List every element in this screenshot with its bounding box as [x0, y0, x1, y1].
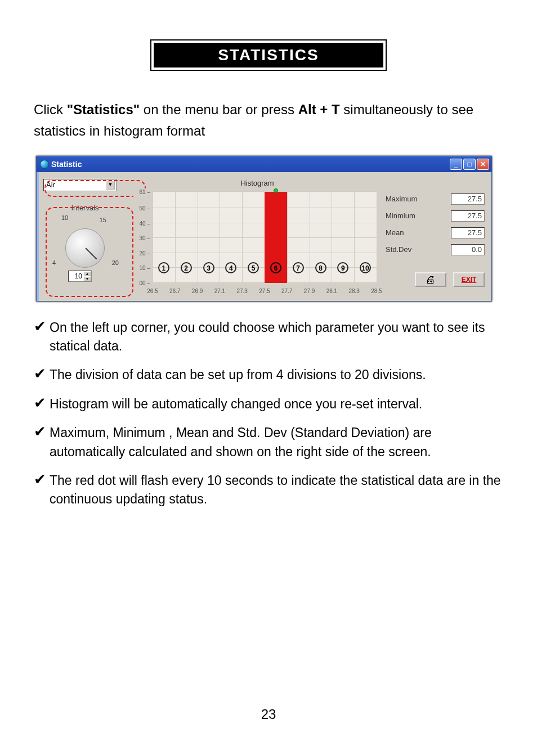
print-button[interactable]: 🖨 [415, 272, 446, 287]
window-title: Statistic [51, 160, 82, 169]
instruction-text: On the left up corner, you could choose … [50, 318, 503, 356]
stat-stddev: Std.Dev 0.0 [386, 244, 485, 255]
x-tick-label: 28.5 [371, 288, 382, 294]
minimize-button[interactable]: _ [450, 159, 462, 170]
intro-bold-shortcut: Alt + T [298, 102, 340, 117]
x-tick-label: 26.5 [147, 288, 158, 294]
y-tick-label: 30 – [133, 235, 150, 241]
y-tick-label: 50 – [133, 205, 150, 211]
bin-number-marker: 1 [158, 262, 169, 273]
section-title: STATISTICS [150, 39, 387, 71]
stat-maximum: Maximum 27.5 [386, 194, 485, 205]
instruction-item: ✔The division of data can be set up from… [34, 366, 503, 384]
intro-text-1: Click [34, 102, 67, 117]
intervals-knob[interactable]: 4 10 15 20 10 ▲ ▼ [51, 214, 119, 282]
checkmark-icon: ✔ [34, 424, 50, 461]
chevron-down-icon[interactable]: ▼ [106, 181, 115, 190]
stat-stddev-value: 0.0 [451, 244, 485, 255]
x-tick-label: 26.7 [169, 288, 180, 294]
parameter-dropdown[interactable]: Air ▼ [43, 179, 117, 191]
bin-number-marker: 3 [203, 262, 214, 273]
app-icon [40, 160, 49, 169]
instruction-list: ✔On the left up corner, you could choose… [34, 318, 503, 509]
checkmark-icon: ✔ [34, 471, 50, 509]
y-tick-label: 61 – [133, 188, 150, 195]
intro-paragraph: Click "Statistics" on the menu bar or pr… [34, 99, 503, 142]
intro-bold-statistics: "Statistics" [67, 102, 140, 117]
stat-stddev-label: Std.Dev [386, 245, 451, 254]
bin-number-marker: 8 [315, 262, 326, 273]
instruction-text: The division of data can be set up from … [50, 366, 503, 384]
bin-number-marker: 5 [248, 262, 259, 273]
stat-maximum-label: Maximum [386, 195, 451, 203]
y-tick-label: 00 – [133, 280, 150, 286]
stat-mean: Mean 27.5 [386, 227, 485, 238]
y-tick-label: 40 – [133, 220, 150, 226]
bin-number-marker: 4 [225, 262, 236, 273]
chart-title: Histogram [133, 179, 381, 187]
controls-panel: Air ▼ Intervals 4 10 15 20 10 ▲ ▼ [40, 177, 130, 295]
window-titlebar[interactable]: Statistic _ □ ✕ [37, 156, 491, 172]
instruction-text: The red dot will flash every 10 seconds … [50, 471, 503, 509]
intervals-value: 10 [69, 272, 83, 280]
knob-tick-4: 4 [52, 259, 56, 266]
stat-minimum-label: Minmium [386, 212, 451, 220]
exit-button[interactable]: EXIT [453, 272, 485, 287]
bin-number-marker: 2 [181, 262, 192, 273]
instruction-item: ✔On the left up corner, you could choose… [34, 318, 503, 356]
checkmark-icon: ✔ [34, 366, 50, 384]
knob-tick-10: 10 [61, 214, 68, 221]
intro-text-2: on the menu bar or press [140, 102, 298, 117]
maximize-button[interactable]: □ [463, 159, 476, 170]
x-tick-label: 27.3 [236, 288, 247, 294]
instruction-item: ✔Histogram will be automatically changed… [34, 395, 503, 413]
x-tick-label: 27.5 [259, 288, 270, 294]
printer-icon: 🖨 [426, 274, 436, 285]
bin-number-marker: 6 [270, 262, 281, 273]
bin-number-marker: 9 [337, 262, 348, 273]
y-tick-label: 20 – [133, 250, 150, 256]
instruction-item: ✔Maximum, Minimum , Mean and Std. Dev (S… [34, 424, 503, 461]
x-tick-label: 26.9 [192, 288, 203, 294]
instruction-text: Maximum, Minimum , Mean and Std. Dev (St… [50, 424, 503, 461]
intervals-spinbox[interactable]: 10 ▲ ▼ [68, 271, 92, 282]
close-button[interactable]: ✕ [477, 159, 489, 170]
x-tick-label: 28.3 [348, 288, 359, 294]
update-indicator-dot [274, 188, 278, 193]
dropdown-value: Air [46, 181, 55, 189]
instruction-text: Histogram will be automatically changed … [50, 395, 503, 413]
knob-tick-15: 15 [100, 217, 106, 223]
instruction-item: ✔The red dot will flash every 10 seconds… [34, 471, 503, 509]
section-title-text: STATISTICS [154, 43, 383, 68]
chart-panel: Histogram 12345678910 26.526.726.927.127… [133, 177, 381, 295]
page-number: 23 [0, 706, 537, 722]
stats-panel: Maximum 27.5 Minmium 27.5 Mean 27.5 Std.… [384, 177, 486, 295]
x-tick-label: 28.1 [326, 288, 337, 294]
knob-tick-20: 20 [112, 259, 119, 266]
x-tick-label: 27.7 [281, 288, 292, 294]
exit-label: EXIT [462, 276, 477, 284]
intervals-label: Intervals [43, 204, 127, 212]
x-tick-label: 27.1 [214, 288, 225, 294]
checkmark-icon: ✔ [34, 395, 50, 413]
stat-mean-label: Mean [386, 228, 451, 237]
x-tick-label: 27.9 [304, 288, 315, 294]
spin-down-icon[interactable]: ▼ [83, 276, 91, 281]
stat-maximum-value: 27.5 [451, 194, 485, 205]
bin-number-marker: 10 [360, 262, 371, 273]
checkmark-icon: ✔ [34, 318, 50, 356]
histogram-chart: 12345678910 26.526.726.927.127.327.527.7… [133, 188, 381, 295]
stat-minimum: Minmium 27.5 [386, 210, 485, 222]
stat-mean-value: 27.5 [451, 227, 485, 238]
spin-up-icon[interactable]: ▲ [83, 271, 91, 276]
bin-number-marker: 7 [293, 262, 304, 273]
statistic-window: Statistic _ □ ✕ Air ▼ Intervals 4 10 15 … [36, 156, 492, 302]
stat-minimum-value: 27.5 [451, 210, 485, 222]
y-tick-label: 10 – [133, 265, 150, 271]
